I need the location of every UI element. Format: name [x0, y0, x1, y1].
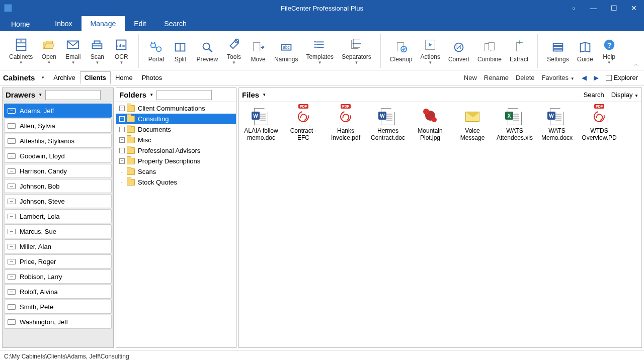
svg-text:abc: abc	[283, 44, 290, 49]
maximize-button[interactable]: ☐	[604, 0, 624, 16]
ribbon-open-button[interactable]: Open▼	[37, 34, 61, 67]
file-item[interactable]: WHermes Contract.doc	[368, 106, 408, 143]
ribbon-extract-button[interactable]: +Extract	[506, 34, 532, 67]
cabinet-tab-archive[interactable]: Archive	[49, 71, 79, 84]
ribbon-combine-button[interactable]: Combine	[473, 34, 506, 67]
file-item[interactable]: Voice Message fro...	[452, 106, 493, 143]
file-item[interactable]: XWATS Attendees.xls	[495, 106, 535, 143]
cleanup-icon	[393, 39, 409, 55]
ribbon-templates-button[interactable]: Templates▼	[302, 34, 338, 67]
folder-label: Property Descriptions	[138, 157, 200, 165]
ribbon-cleanup-button[interactable]: Cleanup	[386, 34, 417, 67]
file-item[interactable]: PDFContract - EFC Distribu...	[283, 106, 324, 143]
drawer-item[interactable]: Johnson, Steve	[4, 194, 112, 208]
folder-item[interactable]: ···Stock Quotes	[116, 177, 236, 188]
rename-button[interactable]: Rename	[484, 74, 509, 81]
ribbon-cabinets-button[interactable]: Cabinets▼	[5, 34, 37, 67]
folder-item[interactable]: +Property Descriptions	[116, 156, 236, 166]
ribbon-guide-button[interactable]: Guide	[573, 34, 597, 67]
restore-down-icon-small[interactable]: ▫	[564, 0, 584, 16]
files-dropdown-icon[interactable]: ▼	[259, 93, 269, 97]
drawer-item[interactable]: Marcus, Sue	[4, 224, 112, 238]
folder-item[interactable]: −Consulting	[116, 114, 236, 124]
menu-tab-inbox[interactable]: Inbox	[46, 16, 81, 31]
ribbon-email-button[interactable]: Email▼	[61, 34, 85, 67]
nav-back-icon[interactable]: ◀	[582, 74, 587, 81]
new-button[interactable]: New	[464, 74, 477, 81]
drawer-label: Johnson, Steve	[20, 198, 65, 205]
file-item[interactable]: PDFHanks Invoice.pdf	[326, 106, 366, 143]
drawer-label: Goodwin, Lloyd	[20, 152, 65, 160]
menu-tab-manage[interactable]: Manage	[82, 16, 125, 31]
drawer-item[interactable]: Miller, Alan	[4, 239, 112, 253]
drawer-item[interactable]: Harrison, Candy	[4, 164, 112, 178]
ribbon-namings-button[interactable]: abcNamings	[270, 34, 302, 67]
drawer-item[interactable]: Smith, Pete	[4, 300, 112, 314]
drawer-item[interactable]: Robison, Larry	[4, 269, 112, 284]
folder-item[interactable]: +Professional Advisors	[116, 145, 236, 156]
file-item[interactable]: PDFWTDS Overview.PDF	[579, 106, 619, 143]
tree-expand-icon[interactable]: +	[119, 148, 125, 153]
ribbon-collapse-button[interactable]: ︿	[634, 61, 639, 68]
drawers-dropdown-icon[interactable]: ▼	[35, 93, 45, 97]
drawer-item[interactable]: Adams, Jeff	[4, 104, 112, 118]
file-item[interactable]: Mountain Plot.jpg	[410, 106, 450, 143]
tree-expand-icon[interactable]: +	[119, 106, 125, 111]
drawer-icon	[8, 168, 16, 174]
drawer-item[interactable]: Price, Roger	[4, 254, 112, 268]
tree-expand-icon[interactable]: −	[119, 116, 125, 122]
menu-tab-search[interactable]: Search	[155, 16, 195, 31]
portal-icon	[148, 39, 164, 55]
favorites-button[interactable]: Favorites ▼	[542, 74, 575, 81]
nav-forward-icon[interactable]: ▶	[594, 74, 599, 81]
cabinet-tab-clients[interactable]: Clients	[80, 71, 111, 84]
ribbon-help-button[interactable]: ?Help▼	[597, 34, 621, 67]
preview-icon	[199, 39, 215, 55]
drawer-item[interactable]: Atteshlis, Stylianos	[4, 134, 112, 148]
drawer-item[interactable]: Allen, Sylvia	[4, 119, 112, 133]
ribbon-tools-button[interactable]: Tools▼	[222, 34, 246, 67]
close-button[interactable]: ✕	[624, 0, 644, 16]
ribbon-settings-button[interactable]: Settings	[543, 34, 573, 67]
file-item[interactable]: WALAIA follow memo.doc	[241, 106, 281, 143]
drawer-item[interactable]: Goodwin, Lloyd	[4, 149, 112, 163]
drawer-item[interactable]: Roloff, Alvina	[4, 285, 112, 299]
ribbon-actions-button[interactable]: Actions▼	[417, 34, 444, 67]
explorer-toggle[interactable]: Explorer	[606, 74, 638, 81]
file-label: WTDS Overview.PDF	[580, 127, 618, 142]
folder-item[interactable]: ···Scans	[116, 166, 236, 177]
drawer-item[interactable]: Lambert, Lola	[4, 209, 112, 223]
file-label: Hanks Invoice.pdf	[327, 127, 365, 142]
tree-expand-icon[interactable]: +	[119, 137, 125, 143]
ribbon-scan-button[interactable]: Scan▼	[85, 34, 109, 67]
files-display-button[interactable]: Display ▼	[611, 91, 638, 99]
folders-dropdown-icon[interactable]: ▼	[146, 93, 156, 97]
pdf-file-icon: PDF	[293, 107, 313, 126]
files-search-button[interactable]: Search	[584, 91, 604, 99]
drawer-item[interactable]: Washington, Jeff	[4, 315, 112, 329]
cabinet-tab-home[interactable]: Home	[111, 71, 137, 84]
folder-item[interactable]: +Misc	[116, 135, 236, 145]
ribbon-move-button[interactable]: Move	[246, 34, 270, 67]
cabinets-dropdown-icon[interactable]: ▼	[37, 75, 49, 80]
drawers-filter-input[interactable]	[45, 90, 101, 100]
tree-expand-icon[interactable]: +	[119, 127, 125, 132]
drawer-label: Robison, Larry	[20, 273, 62, 281]
ribbon-convert-button[interactable]: Convert	[444, 34, 473, 67]
delete-button[interactable]: Delete	[516, 74, 535, 81]
folders-filter-input[interactable]	[156, 90, 212, 100]
ribbon-preview-button[interactable]: Preview	[192, 34, 222, 67]
cabinet-tab-photos[interactable]: Photos	[137, 71, 167, 84]
ribbon-split-button[interactable]: Split	[168, 34, 192, 67]
file-item[interactable]: WWATS Memo.docx	[537, 106, 577, 143]
menu-tab-edit[interactable]: Edit	[125, 16, 155, 31]
drawer-item[interactable]: Johnson, Bob	[4, 179, 112, 193]
minimize-button[interactable]: —	[584, 0, 604, 16]
ribbon-portal-button[interactable]: Portal	[144, 34, 168, 67]
ribbon-separators-button[interactable]: Separators▼	[338, 34, 375, 67]
ribbon-ocr-button[interactable]: abcOCR▼	[109, 34, 133, 67]
folder-item[interactable]: +Client Communications	[116, 103, 236, 114]
tree-expand-icon[interactable]: +	[119, 158, 125, 164]
menu-home[interactable]: Home	[5, 17, 36, 31]
folder-item[interactable]: +Documents	[116, 124, 236, 135]
